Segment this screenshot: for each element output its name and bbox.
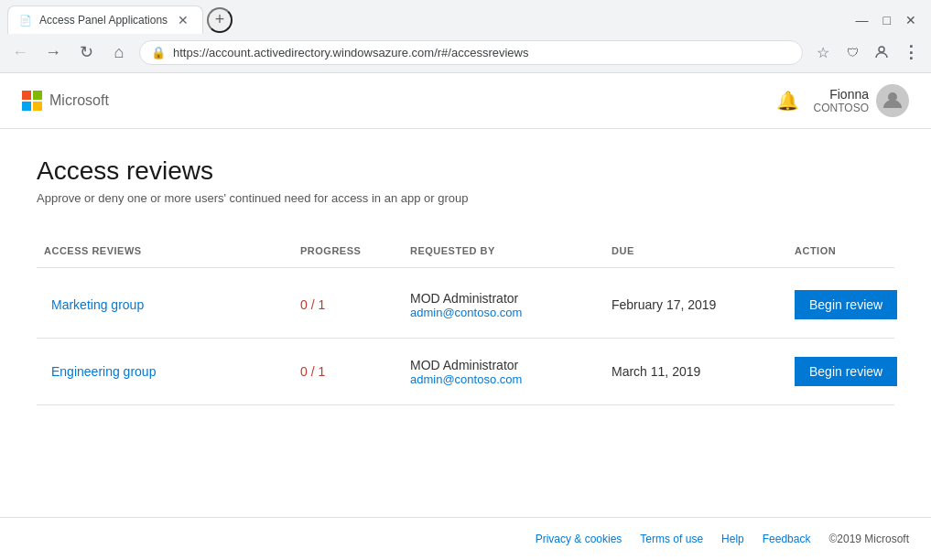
- toolbar-icons: ☆ 🛡 ⋮: [810, 39, 924, 65]
- bookmark-star-button[interactable]: ☆: [810, 39, 836, 65]
- forward-button[interactable]: →: [40, 39, 66, 65]
- ms-logo: Microsoft: [22, 91, 109, 111]
- logo-sq-red: [22, 91, 31, 100]
- tab-close-button[interactable]: ✕: [175, 12, 191, 28]
- main-content: Access reviews Approve or deny one or mo…: [0, 129, 931, 517]
- th-access-reviews: ACCESS REVIEWS: [37, 242, 293, 260]
- notification-bell-icon[interactable]: 🔔: [776, 90, 799, 112]
- row-2-action: Begin review: [787, 353, 931, 390]
- row-2-requester: MOD Administrator admin@contoso.com: [403, 354, 604, 390]
- browser-toolbar: ← → ↻ ⌂ 🔒 https://account.activedirector…: [0, 34, 931, 72]
- account-button[interactable]: [869, 39, 894, 65]
- logo-sq-yellow: [33, 102, 42, 111]
- row-1-progress: 0 / 1: [293, 294, 403, 316]
- row-2-name: Engineering group: [37, 361, 293, 382]
- footer-copyright: ©2019 Microsoft: [828, 533, 909, 545]
- user-avatar[interactable]: [876, 84, 909, 117]
- user-name-block: Fionna CONTOSO: [814, 87, 869, 114]
- table-row: Engineering group 0 / 1 MOD Administrato…: [37, 339, 894, 405]
- url-text: https://account.activedirectory.windowsa…: [173, 46, 791, 59]
- marketing-group-link[interactable]: Marketing group: [44, 294, 151, 316]
- row-2-requester-email[interactable]: admin@contoso.com: [410, 372, 597, 386]
- browser-tab[interactable]: 📄 Access Panel Applications ✕: [7, 5, 203, 34]
- row-1-requester: MOD Administrator admin@contoso.com: [403, 287, 604, 323]
- address-bar[interactable]: 🔒 https://account.activedirectory.window…: [139, 40, 803, 65]
- user-name: Fionna: [814, 87, 869, 102]
- avatar-icon: [882, 90, 904, 112]
- terms-of-use-link[interactable]: Terms of use: [640, 533, 703, 545]
- user-org: CONTOSO: [814, 102, 869, 114]
- user-info: Fionna CONTOSO: [814, 84, 909, 117]
- window-minimize-button[interactable]: —: [856, 13, 869, 27]
- ms-header: Microsoft 🔔 Fionna CONTOSO: [0, 73, 931, 129]
- back-button[interactable]: ←: [7, 39, 33, 65]
- th-due: DUE: [604, 242, 787, 260]
- th-requested-by: REQUESTED BY: [403, 242, 604, 260]
- tab-title: Access Panel Applications: [39, 14, 168, 27]
- row-2-requester-name: MOD Administrator: [410, 358, 597, 372]
- footer: Privacy & cookies Terms of use Help Feed…: [0, 517, 931, 560]
- feedback-link[interactable]: Feedback: [763, 533, 811, 545]
- logo-sq-green: [33, 91, 42, 100]
- begin-review-button-2[interactable]: Begin review: [795, 357, 897, 386]
- privacy-cookies-link[interactable]: Privacy & cookies: [536, 533, 622, 545]
- engineering-group-link[interactable]: Engineering group: [44, 361, 163, 382]
- page-content: Microsoft 🔔 Fionna CONTOSO Access review…: [0, 73, 931, 560]
- row-2-progress: 0 / 1: [293, 361, 403, 382]
- home-button[interactable]: ⌂: [106, 39, 132, 65]
- new-tab-button[interactable]: +: [207, 7, 233, 33]
- row-1-action: Begin review: [787, 286, 931, 323]
- begin-review-button-1[interactable]: Begin review: [795, 290, 897, 319]
- reload-button[interactable]: ↻: [73, 39, 99, 65]
- row-1-requester-email[interactable]: admin@contoso.com: [410, 306, 597, 319]
- help-link[interactable]: Help: [721, 533, 744, 545]
- row-1-requester-name: MOD Administrator: [410, 291, 597, 306]
- table-row: Marketing group 0 / 1 MOD Administrator …: [37, 272, 894, 339]
- row-1-due: February 17, 2019: [604, 294, 787, 316]
- page-title: Access reviews: [37, 156, 894, 186]
- window-maximize-button[interactable]: □: [883, 13, 891, 27]
- shield-button[interactable]: 🛡: [839, 39, 865, 65]
- logo-sq-blue: [22, 102, 31, 111]
- ms-logo-text: Microsoft: [49, 92, 109, 109]
- svg-point-0: [879, 47, 884, 52]
- th-action: ACTION: [787, 242, 931, 260]
- browser-chrome: 📄 Access Panel Applications ✕ + — □ ✕ ← …: [0, 0, 931, 73]
- row-2-due: March 11, 2019: [604, 361, 787, 382]
- tab-page-icon: 📄: [19, 15, 32, 27]
- menu-button[interactable]: ⋮: [898, 39, 924, 65]
- ms-logo-squares: [22, 91, 42, 111]
- window-close-button[interactable]: ✕: [905, 13, 916, 27]
- row-1-name: Marketing group: [37, 294, 293, 316]
- browser-title-bar: 📄 Access Panel Applications ✕ + — □ ✕: [0, 0, 931, 34]
- table-header: ACCESS REVIEWS PROGRESS REQUESTED BY DUE…: [37, 234, 894, 268]
- th-progress: PROGRESS: [293, 242, 403, 260]
- page-subtitle: Approve or deny one or more users' conti…: [37, 191, 894, 205]
- lock-icon: 🔒: [151, 46, 166, 59]
- ms-header-right: 🔔 Fionna CONTOSO: [776, 84, 909, 117]
